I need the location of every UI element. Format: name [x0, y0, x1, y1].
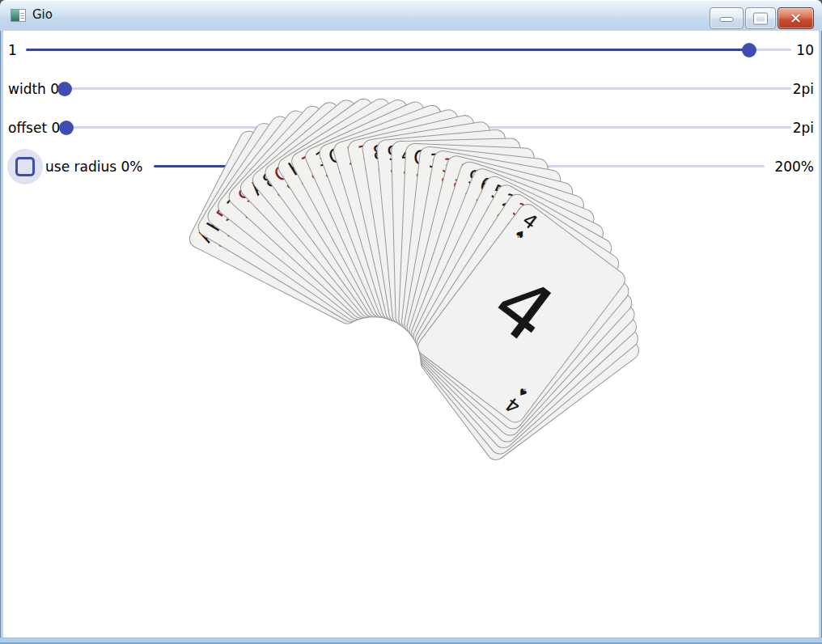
close-icon: ✕ — [778, 8, 813, 28]
minimize-icon — [720, 17, 734, 22]
card-fan: A♣K♣5♦7♣9♦A♠8♣Q♥K♠7♥3♣Q♠J♦7♦8♠9♣4♣Q♣3♠3♥… — [3, 31, 819, 638]
window-bottom-frame — [0, 638, 822, 644]
maximize-icon — [754, 13, 767, 23]
maximize-button[interactable] — [745, 7, 776, 29]
window-titlebar[interactable]: Gio ✕ — [0, 0, 822, 31]
minimize-button[interactable] — [710, 7, 744, 29]
app-icon — [11, 9, 26, 22]
window-title: Gio — [32, 7, 53, 22]
close-button[interactable]: ✕ — [778, 7, 814, 29]
card-center-rank: 4 — [480, 263, 567, 356]
app-window: Gio ✕ 1 10 width 0 2pi offset 0 2pi use … — [0, 0, 822, 644]
main-content: 1 10 width 0 2pi offset 0 2pi use radius… — [3, 31, 819, 638]
